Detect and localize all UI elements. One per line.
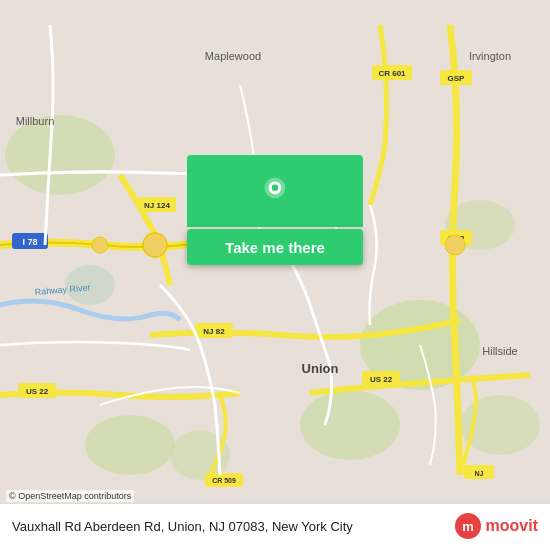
svg-text:CR 509: CR 509 bbox=[212, 477, 236, 484]
take-me-there-button[interactable]: Take me there bbox=[187, 229, 363, 265]
svg-text:Hillside: Hillside bbox=[482, 345, 517, 357]
svg-point-40 bbox=[272, 185, 278, 191]
svg-text:m: m bbox=[462, 519, 474, 534]
svg-text:Union: Union bbox=[302, 361, 339, 376]
moovit-logo: m moovit bbox=[454, 512, 538, 540]
svg-point-5 bbox=[5, 115, 115, 195]
take-me-there-label: Take me there bbox=[225, 239, 325, 256]
svg-point-37 bbox=[445, 235, 465, 255]
osm-attribution: © OpenStreetMap contributors bbox=[6, 490, 134, 502]
svg-text:CR 601: CR 601 bbox=[378, 69, 406, 78]
bottom-bar: Vauxhall Rd Aberdeen Rd, Union, NJ 07083… bbox=[0, 503, 550, 550]
map-container: Rahway River I 78 NJ 124 GSP GSP CR 601 … bbox=[0, 0, 550, 550]
location-pin-icon bbox=[259, 175, 291, 207]
svg-point-3 bbox=[85, 415, 175, 475]
svg-text:Irvington: Irvington bbox=[469, 50, 511, 62]
svg-text:GSP: GSP bbox=[448, 74, 466, 83]
location-pin-area bbox=[187, 155, 363, 227]
svg-text:US 22: US 22 bbox=[370, 375, 393, 384]
svg-point-36 bbox=[92, 237, 108, 253]
svg-text:I 78: I 78 bbox=[22, 237, 37, 247]
svg-text:Millburn: Millburn bbox=[16, 115, 55, 127]
svg-text:US 22: US 22 bbox=[26, 387, 49, 396]
svg-text:NJ 124: NJ 124 bbox=[144, 201, 170, 210]
address-text: Vauxhall Rd Aberdeen Rd, Union, NJ 07083… bbox=[12, 519, 446, 534]
svg-text:NJ 82: NJ 82 bbox=[203, 327, 225, 336]
svg-point-2 bbox=[300, 390, 400, 460]
map-background: Rahway River I 78 NJ 124 GSP GSP CR 601 … bbox=[0, 0, 550, 550]
moovit-brand-text: moovit bbox=[486, 517, 538, 535]
svg-point-35 bbox=[143, 233, 167, 257]
osm-text: © OpenStreetMap contributors bbox=[9, 491, 131, 501]
svg-text:NJ: NJ bbox=[475, 470, 484, 477]
moovit-icon: m bbox=[454, 512, 482, 540]
svg-text:Maplewood: Maplewood bbox=[205, 50, 261, 62]
